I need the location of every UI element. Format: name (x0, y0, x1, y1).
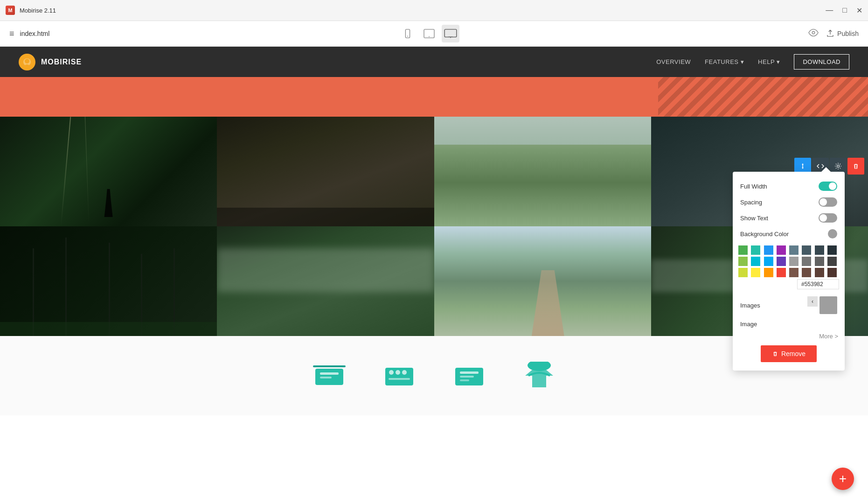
nav-features[interactable]: FEATURES ▾ (705, 58, 744, 65)
color-hex-row (738, 279, 839, 289)
swatch-teal[interactable] (751, 245, 760, 255)
svg-rect-14 (320, 377, 332, 378)
show-text-label: Show Text (740, 215, 768, 222)
bg-color-swatch[interactable] (828, 229, 837, 238)
images-section-row: Images ‹ (733, 293, 845, 317)
hamburger-menu[interactable]: ≡ (9, 29, 14, 39)
swatch-light-green[interactable] (738, 257, 748, 266)
full-width-toggle[interactable] (819, 182, 837, 191)
site-preview: MOBIRISE OVERVIEW FEATURES ▾ HELP ▾ DOWN… (0, 47, 868, 415)
swatch-green[interactable] (738, 245, 748, 255)
svg-point-25 (528, 362, 551, 371)
nav-overview[interactable]: OVERVIEW (656, 58, 691, 65)
image-thumbnail (819, 296, 837, 314)
icon-item-1 (313, 364, 346, 387)
more-link[interactable]: More > (733, 331, 845, 342)
close-button[interactable]: ✕ (856, 6, 862, 15)
full-width-row: Full Width (733, 178, 845, 194)
bg-color-label: Background Color (740, 231, 789, 238)
titlebar: M Mobirise 2.11 — □ ✕ (0, 0, 868, 21)
swatch-darkest-brown[interactable] (827, 268, 837, 277)
tablet-view-button[interactable] (420, 25, 438, 42)
site-navbar: MOBIRISE OVERVIEW FEATURES ▾ HELP ▾ DOWN… (0, 47, 868, 77)
settings-panel: Full Width Spacing Show Text Background … (733, 172, 845, 371)
file-name: index.html (20, 30, 50, 37)
desktop-view-button[interactable] (442, 25, 459, 42)
swatch-red[interactable] (777, 268, 786, 277)
swatch-yellow[interactable] (751, 268, 760, 277)
svg-rect-22 (460, 371, 479, 374)
delete-block-button[interactable] (847, 158, 864, 175)
svg-point-3 (429, 36, 430, 37)
photo-cell-5 (0, 226, 217, 336)
full-width-label: Full Width (740, 183, 767, 190)
svg-rect-16 (385, 368, 413, 385)
image-label: Image (740, 321, 757, 328)
minimize-button[interactable]: — (826, 6, 833, 15)
mobile-view-button[interactable] (399, 25, 417, 42)
photo-cell-6 (217, 226, 434, 336)
bg-color-row: Background Color (733, 226, 845, 242)
photo-cell-1 (0, 117, 217, 226)
swatch-orange[interactable] (764, 268, 773, 277)
preview-button[interactable] (808, 28, 819, 39)
remove-button[interactable]: Remove (761, 345, 817, 362)
publish-button[interactable]: Publish (826, 29, 859, 38)
svg-point-7 (812, 31, 815, 34)
swatch-darker-brown[interactable] (815, 268, 824, 277)
nav-download-button[interactable]: DOWNLOAD (794, 54, 849, 70)
swatch-darker-grey[interactable] (815, 257, 824, 266)
spacing-label: Spacing (740, 199, 762, 206)
swatch-lime[interactable] (738, 268, 748, 277)
show-text-toggle[interactable] (819, 213, 837, 223)
color-picker (733, 242, 845, 293)
color-hex-input[interactable] (797, 279, 839, 289)
svg-rect-24 (460, 379, 469, 381)
icon-item-3 (453, 364, 486, 387)
spacing-row: Spacing (733, 194, 845, 210)
svg-rect-23 (460, 376, 474, 378)
photo-cell-3 (434, 117, 651, 226)
spacing-toggle[interactable] (819, 197, 837, 207)
publish-label: Publish (837, 30, 859, 37)
swatch-darker-blue-grey[interactable] (815, 245, 824, 255)
swatch-light-blue[interactable] (764, 257, 773, 266)
fab-add-button[interactable]: + (832, 468, 854, 490)
app-title: Mobirise 2.11 (20, 7, 56, 14)
photo-cell-7 (434, 226, 651, 336)
maximize-button[interactable]: □ (842, 6, 847, 15)
brand-name: MOBIRISE (41, 58, 82, 66)
diagonal-pattern (658, 77, 868, 117)
swatch-cyan[interactable] (751, 257, 760, 266)
swatch-darkest-grey[interactable] (827, 257, 837, 266)
remove-label: Remove (781, 350, 806, 357)
photo-cell-2 (217, 117, 434, 226)
color-swatches-row2 (738, 257, 839, 266)
swatch-dark-brown[interactable] (802, 268, 811, 277)
toolbar: ≡ index.html Publish (0, 21, 868, 47)
swatch-darkest-blue-grey[interactable] (827, 245, 837, 255)
app-logo: M (6, 6, 15, 15)
nav-help[interactable]: HELP ▾ (758, 58, 780, 65)
color-swatches-row3 (738, 268, 839, 277)
swatch-grey[interactable] (789, 257, 799, 266)
images-prev-button[interactable]: ‹ (807, 296, 818, 307)
icon-item-4 (523, 362, 556, 390)
swatch-purple[interactable] (777, 245, 786, 255)
swatch-brown[interactable] (789, 268, 799, 277)
icon-item-2 (383, 364, 416, 387)
svg-point-17 (389, 370, 394, 375)
svg-point-1 (407, 36, 408, 37)
svg-rect-13 (320, 372, 339, 375)
swatch-deep-purple[interactable] (777, 257, 786, 266)
show-text-row: Show Text (733, 210, 845, 226)
brand-icon (19, 54, 35, 70)
color-swatches-row1 (738, 245, 839, 255)
swatch-dark-grey[interactable] (802, 257, 811, 266)
svg-rect-15 (313, 365, 346, 367)
swatch-blue-grey[interactable] (789, 245, 799, 255)
swatch-dark-blue-grey[interactable] (802, 245, 811, 255)
image-row: Image (733, 317, 845, 331)
swatch-blue[interactable] (764, 245, 773, 255)
svg-point-18 (396, 370, 400, 375)
